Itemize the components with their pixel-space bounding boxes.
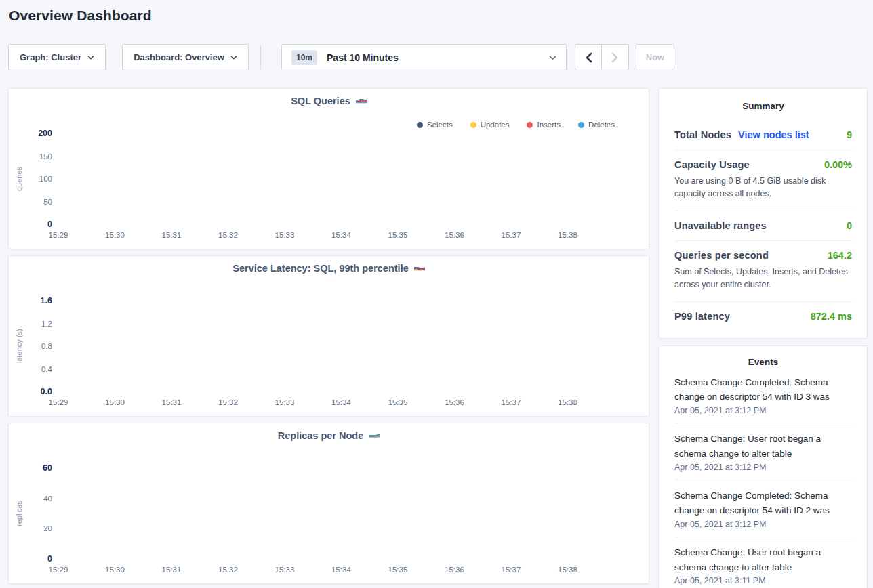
y-tick-label: 200: [38, 129, 52, 138]
x-tick-label: 15:33: [275, 231, 295, 239]
event-message: Schema Change: User root began a schema …: [674, 545, 852, 575]
summary-label: Total Nodes: [674, 129, 731, 140]
x-tick-label: 15:29: [49, 398, 68, 406]
event-timestamp: Apr 05, 2021 at 3:12 PM: [674, 463, 852, 472]
info-icon[interactable]: [414, 263, 425, 274]
chart-legend: SelectsUpdatesInsertsDeletes: [417, 121, 615, 129]
y-tick-label: 0.0: [41, 387, 52, 396]
summary-row: P99 latency 872.4 ms: [674, 302, 852, 331]
legend-dot: [417, 122, 423, 128]
chart-title: Service Latency: SQL, 99th percentile: [232, 263, 409, 274]
info-icon[interactable]: [369, 430, 380, 441]
y-tick-label: 100: [39, 175, 52, 183]
time-range-badge: 10m: [291, 50, 317, 65]
x-tick-label: 15:37: [502, 231, 521, 239]
x-tick-label: 15:38: [558, 231, 577, 239]
event-item[interactable]: Schema Change: User root began a schema …: [674, 423, 852, 480]
charts-column: SQL Queries SelectsUpdatesInsertsDeletes…: [8, 88, 649, 588]
y-axis-ticks: 6040200: [9, 468, 56, 559]
page-title: Overview Dashboard: [9, 7, 152, 24]
x-tick-label: 15:31: [162, 398, 182, 406]
x-tick-label: 15:32: [218, 566, 238, 574]
plot-area[interactable]: [58, 301, 615, 392]
x-tick-label: 15:29: [49, 566, 68, 574]
now-button[interactable]: Now: [636, 44, 674, 70]
chevron-down-icon: [230, 55, 237, 60]
x-tick-label: 15:35: [388, 231, 408, 239]
event-message: Schema Change Completed: Schema change o…: [674, 375, 852, 405]
chevron-left-icon: [585, 52, 592, 63]
event-item[interactable]: Schema Change Completed: Schema change o…: [674, 367, 852, 424]
x-tick-label: 15:37: [502, 398, 521, 406]
legend-item[interactable]: Selects: [417, 121, 453, 129]
events-title: Events: [674, 357, 852, 367]
event-timestamp: Apr 05, 2021 at 3:12 PM: [674, 406, 852, 415]
x-tick-label: 15:32: [218, 231, 238, 239]
legend-dot: [470, 122, 476, 128]
legend-item[interactable]: Updates: [470, 121, 510, 129]
legend-dot: [578, 122, 584, 128]
summary-description: Sum of Selects, Updates, Inserts, and De…: [674, 266, 852, 292]
legend-item[interactable]: Deletes: [578, 121, 615, 129]
summary-label: P99 latency: [674, 311, 730, 322]
events-list: Schema Change Completed: Schema change o…: [674, 367, 852, 588]
info-icon[interactable]: [356, 96, 367, 106]
toolbar: Graph: Cluster Dashboard: Overview 10m P…: [0, 44, 873, 71]
x-tick-label: 15:29: [49, 231, 68, 239]
summary-value: 9: [847, 129, 852, 140]
summary-link[interactable]: View nodes list: [738, 129, 809, 140]
x-tick-label: 15:30: [105, 398, 125, 406]
summary-label: Capacity Usage: [674, 159, 750, 170]
x-tick-label: 15:38: [558, 398, 577, 406]
graph-dropdown[interactable]: Graph: Cluster: [8, 44, 106, 70]
y-tick-label: 40: [43, 495, 52, 503]
time-nav-group: [575, 44, 629, 70]
y-axis-ticks: 200150100500: [9, 133, 56, 224]
event-message: Schema Change: User root began a schema …: [674, 432, 852, 461]
x-tick-label: 15:34: [331, 398, 351, 406]
service-latency-chart-panel: Service Latency: SQL, 99th percentile la…: [8, 255, 649, 417]
y-tick-label: 0: [47, 219, 52, 229]
y-tick-label: 0.8: [41, 342, 52, 350]
x-tick-label: 15:30: [105, 231, 125, 239]
x-tick-label: 15:36: [445, 231, 464, 239]
y-tick-label: 150: [39, 152, 52, 161]
x-axis-ticks: 15:2915:3015:3115:3215:3315:3415:3515:36…: [58, 566, 615, 576]
graph-dropdown-label: Graph: Cluster: [20, 52, 81, 62]
summary-panel: Summary Total Nodes View nodes list 9 Ca…: [659, 88, 868, 339]
event-timestamp: Apr 05, 2021 at 3:11 PM: [674, 576, 852, 585]
x-tick-label: 15:35: [388, 398, 408, 406]
x-tick-label: 15:36: [445, 398, 464, 406]
x-tick-label: 15:34: [331, 231, 351, 239]
sql-queries-chart-panel: SQL Queries SelectsUpdatesInsertsDeletes…: [8, 88, 649, 249]
summary-rows: Total Nodes View nodes list 9 Capacity U…: [674, 121, 852, 331]
y-axis-ticks: 1.61.20.80.40.0: [9, 301, 56, 392]
time-prev-button[interactable]: [575, 44, 602, 70]
plot-area[interactable]: [58, 133, 615, 224]
event-timestamp: Apr 05, 2021 at 3:12 PM: [674, 520, 852, 529]
x-tick-label: 15:32: [218, 398, 238, 406]
summary-row: Unavailable ranges 0: [674, 211, 852, 241]
y-tick-label: 20: [43, 524, 52, 532]
summary-value: 0.00%: [824, 159, 852, 170]
x-tick-label: 15:30: [105, 566, 125, 574]
event-item[interactable]: Schema Change Completed: Schema change o…: [674, 480, 852, 537]
time-range-label: Past 10 Minutes: [327, 52, 399, 63]
time-range-picker[interactable]: 10m Past 10 Minutes: [281, 44, 567, 70]
summary-value: 872.4 ms: [811, 311, 852, 322]
dashboard-dropdown-label: Dashboard: Overview: [134, 52, 224, 62]
legend-item[interactable]: Inserts: [527, 121, 561, 129]
event-item[interactable]: Schema Change: User root began a schema …: [674, 537, 852, 588]
plot-area[interactable]: [58, 468, 615, 559]
x-axis-ticks: 15:2915:3015:3115:3215:3315:3415:3515:36…: [58, 398, 615, 409]
chart-title: Replicas per Node: [278, 430, 364, 441]
summary-row: Queries per second 164.2 Sum of Selects,…: [674, 241, 852, 302]
x-tick-label: 15:37: [502, 566, 521, 574]
chevron-right-icon: [611, 52, 619, 63]
y-tick-label: 0.4: [41, 365, 52, 373]
dashboard-dropdown[interactable]: Dashboard: Overview: [122, 44, 249, 70]
events-panel: Events Schema Change Completed: Schema c…: [659, 345, 868, 588]
x-tick-label: 15:36: [445, 566, 464, 574]
time-next-button[interactable]: [602, 44, 629, 70]
chevron-down-icon: [87, 55, 94, 60]
